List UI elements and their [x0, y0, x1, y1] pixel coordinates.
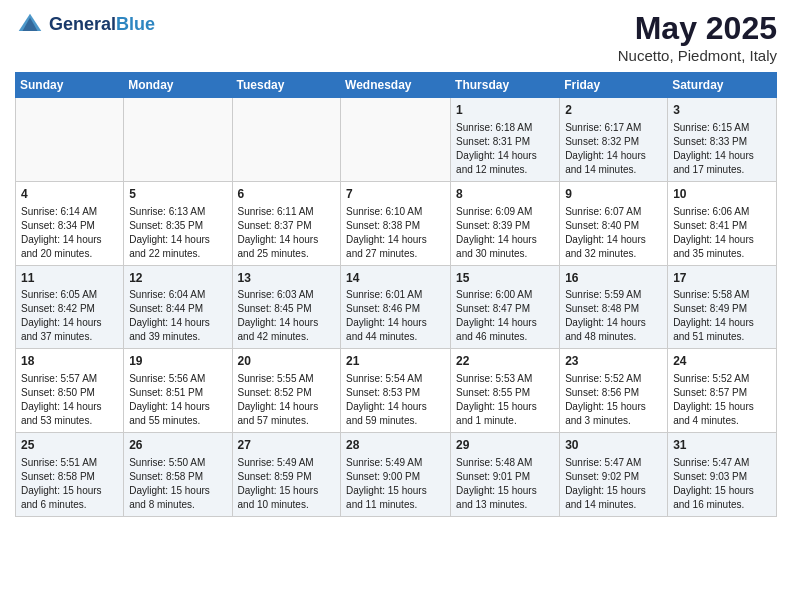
day-number: 19: [129, 353, 226, 370]
cell-text: Sunrise: 6:14 AM: [21, 205, 118, 219]
day-number: 10: [673, 186, 771, 203]
cell-text: Sunrise: 5:55 AM: [238, 372, 336, 386]
calendar-cell: 14Sunrise: 6:01 AMSunset: 8:46 PMDayligh…: [341, 265, 451, 349]
cell-text: and 11 minutes.: [346, 498, 445, 512]
calendar-cell: [232, 98, 341, 182]
cell-text: Sunset: 8:53 PM: [346, 386, 445, 400]
calendar-cell: 1Sunrise: 6:18 AMSunset: 8:31 PMDaylight…: [451, 98, 560, 182]
day-number: 11: [21, 270, 118, 287]
cell-text: Sunrise: 5:58 AM: [673, 288, 771, 302]
day-number: 3: [673, 102, 771, 119]
cell-text: Sunrise: 5:53 AM: [456, 372, 554, 386]
cell-text: Daylight: 14 hours: [565, 149, 662, 163]
cell-text: and 30 minutes.: [456, 247, 554, 261]
cell-text: and 46 minutes.: [456, 330, 554, 344]
logo-line1: GeneralBlue: [49, 15, 155, 35]
cell-text: Sunset: 9:03 PM: [673, 470, 771, 484]
cell-text: Sunrise: 6:09 AM: [456, 205, 554, 219]
cell-text: and 3 minutes.: [565, 414, 662, 428]
cell-text: and 51 minutes.: [673, 330, 771, 344]
calendar-cell: [16, 98, 124, 182]
calendar-cell: 7Sunrise: 6:10 AMSunset: 8:38 PMDaylight…: [341, 181, 451, 265]
day-number: 31: [673, 437, 771, 454]
cell-text: Sunrise: 6:07 AM: [565, 205, 662, 219]
cell-text: Sunrise: 5:51 AM: [21, 456, 118, 470]
subtitle: Nucetto, Piedmont, Italy: [618, 47, 777, 64]
cell-text: Sunrise: 6:17 AM: [565, 121, 662, 135]
cell-text: and 42 minutes.: [238, 330, 336, 344]
day-number: 17: [673, 270, 771, 287]
cell-text: Sunrise: 5:56 AM: [129, 372, 226, 386]
calendar-cell: 2Sunrise: 6:17 AMSunset: 8:32 PMDaylight…: [560, 98, 668, 182]
cell-text: and 55 minutes.: [129, 414, 226, 428]
cell-text: Daylight: 15 hours: [673, 400, 771, 414]
cell-text: Sunrise: 6:06 AM: [673, 205, 771, 219]
day-number: 24: [673, 353, 771, 370]
cell-text: Sunset: 8:44 PM: [129, 302, 226, 316]
calendar-week-row: 1Sunrise: 6:18 AMSunset: 8:31 PMDaylight…: [16, 98, 777, 182]
cell-text: and 14 minutes.: [565, 163, 662, 177]
day-number: 26: [129, 437, 226, 454]
cell-text: Daylight: 14 hours: [456, 316, 554, 330]
calendar-cell: 18Sunrise: 5:57 AMSunset: 8:50 PMDayligh…: [16, 349, 124, 433]
calendar-cell: 10Sunrise: 6:06 AMSunset: 8:41 PMDayligh…: [668, 181, 777, 265]
day-number: 5: [129, 186, 226, 203]
cell-text: Sunrise: 5:47 AM: [673, 456, 771, 470]
cell-text: Sunset: 8:42 PM: [21, 302, 118, 316]
cell-text: Sunset: 8:56 PM: [565, 386, 662, 400]
day-number: 22: [456, 353, 554, 370]
cell-text: Sunset: 8:33 PM: [673, 135, 771, 149]
cell-text: Sunset: 8:45 PM: [238, 302, 336, 316]
cell-text: and 1 minute.: [456, 414, 554, 428]
calendar-cell: [341, 98, 451, 182]
page-container: GeneralBlue May 2025 Nucetto, Piedmont, …: [0, 0, 792, 527]
cell-text: and 13 minutes.: [456, 498, 554, 512]
calendar-cell: 19Sunrise: 5:56 AMSunset: 8:51 PMDayligh…: [124, 349, 232, 433]
logo: GeneralBlue: [15, 10, 155, 40]
calendar-table: SundayMondayTuesdayWednesdayThursdayFrid…: [15, 72, 777, 517]
calendar-cell: 6Sunrise: 6:11 AMSunset: 8:37 PMDaylight…: [232, 181, 341, 265]
cell-text: Sunset: 8:58 PM: [21, 470, 118, 484]
cell-text: and 10 minutes.: [238, 498, 336, 512]
cell-text: Sunrise: 6:10 AM: [346, 205, 445, 219]
cell-text: and 37 minutes.: [21, 330, 118, 344]
weekday-header: Thursday: [451, 73, 560, 98]
cell-text: Sunrise: 5:49 AM: [346, 456, 445, 470]
cell-text: Sunset: 8:37 PM: [238, 219, 336, 233]
cell-text: Sunset: 8:58 PM: [129, 470, 226, 484]
calendar-cell: 23Sunrise: 5:52 AMSunset: 8:56 PMDayligh…: [560, 349, 668, 433]
cell-text: Sunrise: 5:48 AM: [456, 456, 554, 470]
day-number: 18: [21, 353, 118, 370]
cell-text: Daylight: 14 hours: [129, 233, 226, 247]
cell-text: Sunset: 8:52 PM: [238, 386, 336, 400]
cell-text: Daylight: 14 hours: [346, 233, 445, 247]
calendar-cell: 20Sunrise: 5:55 AMSunset: 8:52 PMDayligh…: [232, 349, 341, 433]
cell-text: Sunset: 8:51 PM: [129, 386, 226, 400]
cell-text: Daylight: 14 hours: [673, 149, 771, 163]
calendar-cell: 9Sunrise: 6:07 AMSunset: 8:40 PMDaylight…: [560, 181, 668, 265]
cell-text: Sunrise: 6:00 AM: [456, 288, 554, 302]
cell-text: Daylight: 15 hours: [346, 484, 445, 498]
cell-text: Daylight: 14 hours: [456, 149, 554, 163]
day-number: 29: [456, 437, 554, 454]
day-number: 1: [456, 102, 554, 119]
calendar-cell: 5Sunrise: 6:13 AMSunset: 8:35 PMDaylight…: [124, 181, 232, 265]
weekday-header: Friday: [560, 73, 668, 98]
cell-text: Sunset: 8:41 PM: [673, 219, 771, 233]
main-title: May 2025: [618, 10, 777, 47]
day-number: 23: [565, 353, 662, 370]
calendar-cell: 28Sunrise: 5:49 AMSunset: 9:00 PMDayligh…: [341, 433, 451, 517]
day-number: 14: [346, 270, 445, 287]
cell-text: Sunset: 8:57 PM: [673, 386, 771, 400]
cell-text: Sunrise: 5:52 AM: [673, 372, 771, 386]
calendar-week-row: 11Sunrise: 6:05 AMSunset: 8:42 PMDayligh…: [16, 265, 777, 349]
cell-text: Sunrise: 6:05 AM: [21, 288, 118, 302]
cell-text: and 4 minutes.: [673, 414, 771, 428]
cell-text: Sunset: 8:55 PM: [456, 386, 554, 400]
calendar-cell: [124, 98, 232, 182]
cell-text: Daylight: 14 hours: [21, 316, 118, 330]
cell-text: and 20 minutes.: [21, 247, 118, 261]
cell-text: Daylight: 15 hours: [238, 484, 336, 498]
calendar-cell: 24Sunrise: 5:52 AMSunset: 8:57 PMDayligh…: [668, 349, 777, 433]
calendar-cell: 30Sunrise: 5:47 AMSunset: 9:02 PMDayligh…: [560, 433, 668, 517]
